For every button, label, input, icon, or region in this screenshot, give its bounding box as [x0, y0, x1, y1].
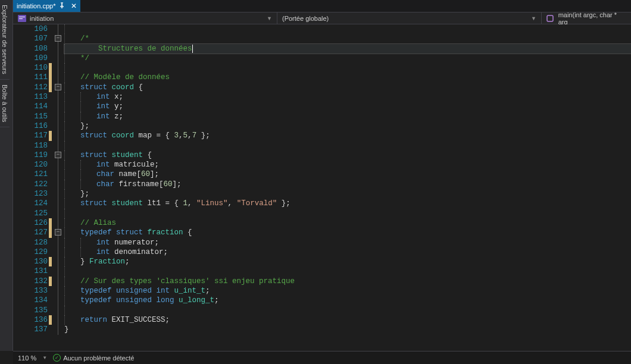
code-line[interactable]: typedef struct fraction {	[64, 228, 631, 237]
indent-guide	[64, 34, 80, 43]
chevron-down-icon[interactable]: ▼	[42, 355, 47, 360]
change-marker	[49, 131, 52, 140]
line-number: 131	[13, 266, 48, 276]
code-editor[interactable]: 1061071081091101111121131141151161171181…	[13, 24, 631, 351]
fold-toggle[interactable]: −	[55, 152, 61, 158]
fold-toggle[interactable]: −	[55, 84, 61, 90]
indent-guide	[64, 306, 80, 315]
project-icon	[18, 15, 26, 22]
nav-scope-dropdown[interactable]: (Portée globale) ▼	[277, 12, 542, 24]
code-line[interactable]: char name[60];	[64, 170, 631, 179]
line-number: 133	[13, 286, 48, 296]
code-line[interactable]: return EXIT_SUCCESS;	[64, 315, 631, 325]
indent-guide	[64, 296, 80, 305]
code-line[interactable]	[64, 306, 631, 315]
code-line[interactable]: struct coord map = { 3,5,7 };	[64, 131, 631, 140]
line-number: 132	[13, 277, 48, 286]
indent-guide	[80, 102, 96, 111]
line-number: 115	[13, 112, 48, 121]
document-tabbar: initiation.cpp* ✕	[13, 0, 631, 12]
nav-project-dropdown[interactable]: initiation ▼	[13, 12, 277, 24]
line-number: 118	[13, 141, 48, 150]
change-marker	[49, 277, 52, 286]
line-number: 117	[13, 131, 48, 140]
pin-icon[interactable]	[59, 2, 65, 10]
fold-toggle[interactable]: −	[55, 35, 61, 42]
code-line[interactable]: */	[64, 54, 631, 63]
code-line[interactable]	[64, 24, 631, 34]
line-number: 128	[13, 238, 48, 247]
indent-guide	[64, 92, 80, 102]
change-marker	[49, 83, 52, 92]
code-line[interactable]: typedef unsigned int u_int_t;	[64, 286, 631, 296]
code-line[interactable]: typedef unsigned long u_long_t;	[64, 296, 631, 305]
code-line[interactable]: struct student lt1 = { 1, "Linus", "Torv…	[64, 199, 631, 208]
fold-toggle[interactable]: −	[55, 229, 61, 236]
fold-guideline	[58, 24, 58, 335]
close-icon[interactable]: ✕	[68, 2, 77, 10]
sidebar-tab-server-explorer[interactable]: Explorateur de serveurs	[0, 0, 10, 80]
chevron-down-icon: ▼	[267, 15, 272, 21]
code-line[interactable]: Structures de données	[64, 44, 631, 54]
status-message: Aucun problème détecté	[63, 354, 134, 362]
fold-column: −−−−	[54, 24, 64, 351]
status-no-issues[interactable]: ✓ Aucun problème détecté	[53, 354, 134, 362]
zoom-level[interactable]: 110 %	[18, 354, 36, 362]
svg-rect-2	[19, 18, 23, 19]
code-line[interactable]: char firstname[60];	[64, 180, 631, 189]
line-number: 120	[13, 160, 48, 170]
code-line[interactable]: /*	[64, 34, 631, 43]
code-line[interactable]: struct student {	[64, 150, 631, 160]
indent-guide	[64, 199, 80, 208]
status-bar: 110 % ▼ ✓ Aucun problème détecté	[13, 351, 631, 364]
line-number: 129	[13, 247, 48, 257]
code-line[interactable]: // Modèle de données	[64, 73, 631, 82]
indent-guide	[64, 150, 80, 160]
code-line[interactable]: // Sur des types 'classiques' ssi enjeu …	[64, 277, 631, 286]
nav-scope-label: (Portée globale)	[282, 15, 329, 22]
sidebar-tab-toolbox[interactable]: Boîte à outils	[0, 80, 10, 128]
code-line[interactable]: int matricule;	[64, 160, 631, 170]
indent-guide	[64, 141, 80, 150]
code-line[interactable]	[64, 141, 631, 150]
indent-guide	[64, 315, 80, 325]
line-number: 122	[13, 180, 48, 189]
code-line[interactable]	[64, 266, 631, 276]
change-marker	[49, 63, 52, 73]
code-line[interactable]: int z;	[64, 112, 631, 121]
code-line[interactable]: int x;	[64, 92, 631, 102]
indent-guide	[80, 170, 96, 179]
change-marker	[49, 315, 52, 325]
indent-guide	[64, 247, 80, 257]
indent-guide	[64, 277, 80, 286]
line-number: 110	[13, 63, 48, 73]
code-line[interactable]	[64, 209, 631, 218]
code-line[interactable]: struct coord {	[64, 83, 631, 92]
code-line[interactable]: int numerator;	[64, 238, 631, 247]
code-line[interactable]: // Alias	[64, 218, 631, 228]
indent-guide	[64, 121, 80, 131]
text-cursor	[192, 45, 193, 53]
nav-member-dropdown[interactable]: main(int argc, char * arg	[542, 12, 631, 24]
indent-guide	[80, 92, 96, 102]
code-line[interactable]: };	[64, 189, 631, 199]
indent-guide	[80, 180, 96, 189]
indent-guide	[64, 24, 80, 34]
document-tab-active[interactable]: initiation.cpp* ✕	[13, 0, 80, 12]
line-number: 130	[13, 257, 48, 266]
line-number: 109	[13, 54, 48, 63]
line-number: 112	[13, 83, 48, 92]
indent-guide	[64, 131, 80, 140]
code-line[interactable]	[64, 63, 631, 73]
indent-guide	[64, 257, 80, 266]
code-line[interactable]: int denominator;	[64, 247, 631, 257]
svg-rect-3	[547, 15, 553, 21]
line-number: 123	[13, 189, 48, 199]
code-line[interactable]: }	[64, 325, 631, 334]
code-line[interactable]: int y;	[64, 102, 631, 111]
code-line[interactable]: } Fraction;	[64, 257, 631, 266]
indent-guide	[64, 218, 80, 228]
code-area[interactable]: /* Structures de données*/// Modèle de d…	[64, 24, 631, 351]
chevron-down-icon: ▼	[531, 15, 536, 21]
code-line[interactable]: };	[64, 121, 631, 131]
